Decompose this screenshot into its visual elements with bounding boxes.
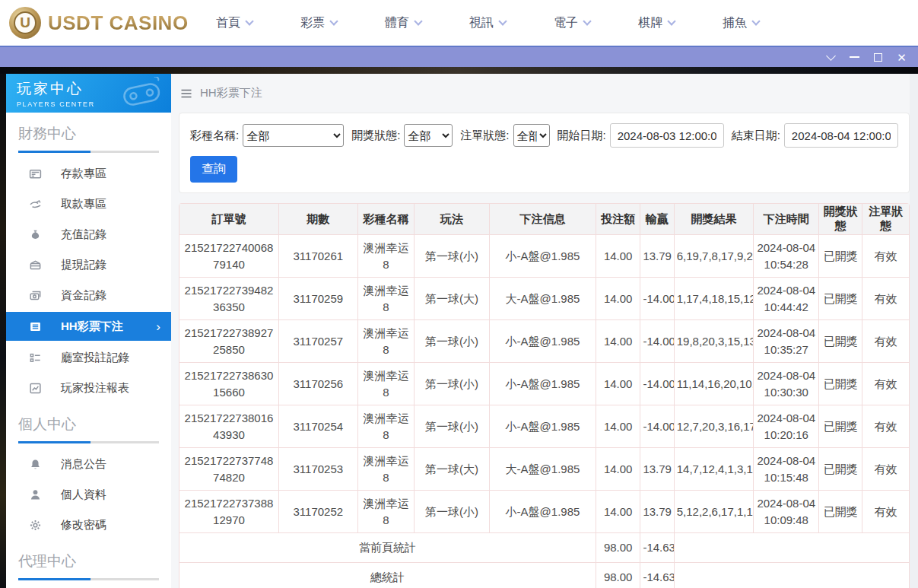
maximize-icon <box>874 53 882 62</box>
cell-play: 第一球(小) <box>415 320 490 363</box>
cell-result: 1,17,4,18,15,12,9,16 <box>674 278 754 320</box>
chevron-down-icon <box>826 51 836 61</box>
gear-icon <box>28 518 42 532</box>
sidebar-item-label: 充值記錄 <box>61 227 106 242</box>
sidebar-item-deposit-zone[interactable]: 存款專區 <box>6 158 171 189</box>
sidebar-item-label: 取款專區 <box>61 197 106 211</box>
lottery-name-select[interactable]: 全部 <box>243 124 344 147</box>
usdt-casino-logo[interactable]: U USDT CASINO <box>0 7 184 39</box>
cell-bet_time: 2024-08-04 10:54:28 <box>754 235 819 278</box>
summary-label: 當前頁統計 <box>179 533 596 563</box>
column-header-period: 期數 <box>278 204 357 235</box>
cell-draw_status: 已開獎 <box>819 491 862 533</box>
chevron-down-icon <box>329 17 338 25</box>
hamburger-menu-icon[interactable] <box>180 87 192 100</box>
cell-bet_amount: 14.00 <box>596 278 640 320</box>
sidebar-item-change-password[interactable]: 修改密碼 <box>6 510 171 540</box>
cell-lottery_name: 澳洲幸运8 <box>357 235 415 278</box>
nav-item-label: 視訊 <box>469 15 494 31</box>
cell-period: 31170259 <box>278 278 357 320</box>
cell-draw_status: 已開獎 <box>819 278 862 320</box>
sidebar: 玩家中心 PLAYERS CENTER 財務中心存款專區取款專區充值記錄提現記錄… <box>6 74 171 588</box>
cell-period: 31170254 <box>278 405 357 448</box>
nav-item-home[interactable]: 首頁 <box>216 15 253 31</box>
table-row: 215217227377487482031170253澳洲幸运8第一球(大)大-… <box>179 448 910 491</box>
column-header-win_loss: 輸贏 <box>640 204 674 235</box>
nav-item-boardgames[interactable]: 棋牌 <box>638 15 675 31</box>
cell-period: 31170253 <box>278 448 357 491</box>
column-header-order_no: 訂單號 <box>179 204 279 235</box>
cell-result: 6,19,7,8,17,9,20,2 <box>674 235 754 278</box>
order-status-select[interactable]: 全部 <box>513 124 550 147</box>
cell-order_no: 2152172273948236350 <box>179 278 279 320</box>
sidebar-item-withdrawal-records[interactable]: 提現記錄 <box>6 250 171 280</box>
sidebar-item-hh-lottery-bets[interactable]: HH彩票下注› <box>6 312 171 341</box>
start-date-input[interactable] <box>610 123 724 148</box>
sidebar-item-funds-records[interactable]: 資金記錄 <box>6 280 171 310</box>
cell-draw_status: 已開獎 <box>819 235 862 278</box>
close-icon: ✕ <box>897 52 907 63</box>
cell-bet_time: 2024-08-04 10:35:27 <box>754 320 819 363</box>
sidebar-item-withdraw-zone[interactable]: 取款專區 <box>6 189 171 219</box>
section-underline <box>18 578 159 580</box>
cell-result: 14,7,12,4,1,3,10,20 <box>674 448 754 491</box>
sidebar-header: 玩家中心 PLAYERS CENTER <box>6 74 171 113</box>
cell-order_no: 2152172273801643930 <box>179 405 279 448</box>
column-header-bet_info: 下注信息 <box>489 204 596 235</box>
section-title: 代理中心 <box>6 540 171 578</box>
sidebar-item-room-bet-records[interactable]: 廳室投註記錄 <box>6 342 171 373</box>
table-row: 215217227389272585031170257澳洲幸运8第一球(小)小-… <box>179 320 910 363</box>
cell-win_loss: -14.00 <box>640 363 674 405</box>
cell-result: 11,14,16,20,10,6,15,5 <box>674 363 754 405</box>
cell-bet_time: 2024-08-04 10:15:48 <box>754 448 819 491</box>
cell-bet_info: 大-A盤@1.985 <box>489 278 596 320</box>
bell-icon <box>28 457 42 471</box>
cell-period: 31170257 <box>278 320 357 363</box>
sidebar-item-player-bet-report[interactable]: 玩家投注報表 <box>6 373 171 403</box>
cell-bet_amount: 14.00 <box>596 363 640 405</box>
minimize-button[interactable] <box>843 46 866 68</box>
cell-play: 第一球(小) <box>415 363 490 405</box>
nav-item-electronic[interactable]: 電子 <box>554 15 590 31</box>
nav-item-lottery[interactable]: 彩票 <box>300 15 337 31</box>
titlebar-dropdown-button[interactable] <box>819 46 843 68</box>
nav-item-video[interactable]: 視訊 <box>469 15 506 31</box>
sidebar-item-recharge-records[interactable]: 充值記錄 <box>6 219 171 250</box>
order-status-label: 注單狀態: <box>460 129 509 143</box>
nav-item-sports[interactable]: 體育 <box>385 15 421 31</box>
cell-bet_time: 2024-08-04 10:30:30 <box>754 363 819 405</box>
background-strip-left <box>0 74 6 588</box>
cell-order_no: 2152172273892725850 <box>179 320 279 363</box>
sidebar-item-announcements[interactable]: 消息公告 <box>6 449 171 479</box>
cell-order_status: 有效 <box>862 448 910 491</box>
maximize-button[interactable] <box>866 46 890 68</box>
cell-bet_amount: 14.00 <box>596 235 640 278</box>
summary-empty <box>674 563 909 588</box>
end-date-input[interactable] <box>784 123 898 148</box>
cell-lottery_name: 澳洲幸运8 <box>357 278 415 320</box>
summary-empty <box>674 533 909 563</box>
cell-draw_status: 已開獎 <box>819 448 862 491</box>
search-button[interactable]: 查詢 <box>190 156 237 183</box>
nav-item-fishing[interactable]: 捕魚 <box>723 15 759 31</box>
sidebar-item-label: 玩家投注報表 <box>61 381 129 396</box>
section-title: 個人中心 <box>6 403 171 441</box>
sidebar-item-profile[interactable]: 個人資料 <box>6 479 171 510</box>
chevron-down-icon <box>498 17 507 25</box>
cell-play: 第一球(小) <box>415 491 490 533</box>
cell-result: 19,8,20,3,15,13,5,12 <box>674 320 754 363</box>
table-row: 215217227400687914031170261澳洲幸运8第一球(小)小-… <box>179 235 910 278</box>
table-header-row: 訂單號期數彩種名稱玩法下注信息投注額輸贏開獎結果下注時間開獎狀態注單狀態 <box>179 204 910 235</box>
cell-win_loss: -14.00 <box>640 320 674 363</box>
cell-period: 31170252 <box>278 491 357 533</box>
nav-menu: 首頁彩票體育視訊電子棋牌捕魚 <box>216 15 807 31</box>
gamepad-icon <box>118 77 165 110</box>
cell-period: 31170256 <box>278 363 357 405</box>
close-button[interactable]: ✕ <box>890 46 913 68</box>
section-title: 財務中心 <box>6 113 171 151</box>
start-date-label: 開始日期: <box>557 129 606 143</box>
draw-status-label: 開獎狀態: <box>351 129 400 143</box>
column-header-bet_time: 下注時間 <box>754 204 819 235</box>
column-header-order_status: 注單狀態 <box>862 204 910 235</box>
draw-status-select[interactable]: 全部 <box>404 124 453 147</box>
